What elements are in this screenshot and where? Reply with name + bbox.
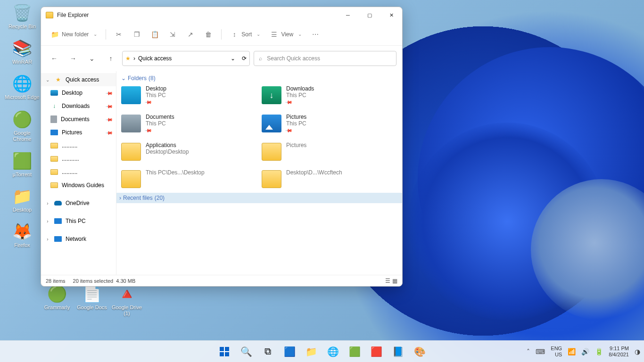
folder-item[interactable]: DownloadsThis PC📌 xyxy=(262,85,397,105)
folder-item[interactable]: ApplicationsDesktop\Desktop xyxy=(121,142,257,161)
language-indicator[interactable]: ENGUS xyxy=(551,346,562,357)
titlebar[interactable]: File Explorer ─ ▢ ✕ xyxy=(41,7,402,23)
chevron-right-icon[interactable]: › xyxy=(45,219,50,224)
folder-icon xyxy=(262,86,281,104)
taskbar-chrome[interactable]: 🌐 xyxy=(323,342,342,361)
share-button[interactable]: ↗ xyxy=(182,27,198,42)
status-total: 28 items xyxy=(46,278,66,284)
volume-icon[interactable]: 🔊 xyxy=(581,348,589,355)
close-button[interactable]: ✕ xyxy=(380,8,402,23)
taskbar-spotify[interactable]: 🟩 xyxy=(345,342,364,361)
status-selected: 20 items selected 4.30 MB xyxy=(73,278,136,284)
breadcrumb-location[interactable]: Quick access xyxy=(138,55,172,62)
desktop-icon-recycle-bin[interactable]: 🗑️Recycle Bin xyxy=(5,3,40,30)
notifications-button[interactable]: ◑ xyxy=(635,348,640,355)
rename-button[interactable]: ⇲ xyxy=(165,27,181,42)
chevron-right-icon[interactable]: › xyxy=(45,237,50,242)
taskbar-word[interactable]: 📘 xyxy=(388,342,407,361)
desktop-icon-google-drive[interactable]: 🔺Google Drive (1) xyxy=(109,284,144,317)
taskbar-paint[interactable]: 🎨 xyxy=(410,342,429,361)
folder-location: Pictures xyxy=(286,142,306,148)
section-folders-header[interactable]: ⌄ Folders (8) xyxy=(121,75,397,82)
more-button[interactable]: ⋯ xyxy=(307,27,323,42)
desktop-icon-edge[interactable]: 🌐Microsoft Edge xyxy=(5,74,40,100)
address-bar[interactable]: ★ › Quick access ⌄ ⟳ xyxy=(122,51,250,66)
desktop-icon-firefox[interactable]: 🦊Firefox xyxy=(5,222,40,248)
clock[interactable]: 9:11 PM8/4/2021 xyxy=(609,346,629,357)
sidebar-item-folder[interactable]: Windows Guides xyxy=(41,179,116,192)
copy-button[interactable]: ❐ xyxy=(129,27,145,42)
section-recent-header[interactable]: › Recent files (20) xyxy=(116,193,402,203)
sort-button[interactable]: ↕ Sort xyxy=(226,27,264,42)
chevron-right-icon: › xyxy=(119,195,121,201)
address-dropdown-icon[interactable]: ⌄ xyxy=(231,55,235,62)
sidebar-item-pictures[interactable]: Pictures📌 xyxy=(41,126,116,139)
forward-button[interactable]: → xyxy=(66,51,81,66)
sidebar-item-folder[interactable]: .......... xyxy=(41,165,116,179)
tiles-view-button[interactable]: ▦ xyxy=(392,278,397,284)
maximize-button[interactable]: ▢ xyxy=(359,8,380,23)
details-view-button[interactable]: ☰ xyxy=(385,278,390,284)
tray-overflow-button[interactable]: ˄ xyxy=(527,348,530,355)
desktop-icon-grammarly[interactable]: 🟢Grammarly xyxy=(40,284,74,317)
sidebar-item-folder[interactable]: .......... xyxy=(41,139,116,152)
desktop-icon-chrome[interactable]: 🟢Google Chrome xyxy=(5,109,40,142)
pin-icon: 📌 xyxy=(106,102,113,110)
cut-button[interactable]: ✂ xyxy=(111,27,127,42)
start-button[interactable] xyxy=(215,342,234,361)
up-button[interactable]: ↑ xyxy=(103,51,118,66)
search-placeholder: Search Quick access xyxy=(267,55,320,62)
wifi-icon[interactable]: 📶 xyxy=(568,348,576,355)
chevron-right-icon[interactable]: › xyxy=(45,201,50,206)
sidebar-item-downloads[interactable]: ↓Downloads📌 xyxy=(41,99,116,113)
paste-button[interactable]: 📋 xyxy=(147,27,163,42)
pin-icon: 📌 xyxy=(106,89,113,97)
folder-item[interactable]: PicturesThis PC📌 xyxy=(262,114,397,133)
tray-keyboard-icon[interactable]: ⌨ xyxy=(536,348,545,355)
recent-count: (20) xyxy=(155,195,165,201)
folder-item[interactable]: This PC\Des...\Desktop xyxy=(121,169,257,188)
folder-icon xyxy=(121,86,141,104)
battery-icon[interactable]: 🔋 xyxy=(595,348,603,355)
pin-icon: 📌 xyxy=(106,115,113,123)
sidebar-onedrive[interactable]: ›OneDrive xyxy=(41,197,116,210)
folder-item[interactable]: Pictures xyxy=(262,142,397,161)
delete-button[interactable]: 🗑 xyxy=(200,27,216,42)
sidebar-quick-access[interactable]: ⌄ ★ Quick access xyxy=(41,73,116,86)
refresh-button[interactable]: ⟳ xyxy=(242,55,247,62)
folder-item[interactable]: Desktop\D...\Wccftech xyxy=(262,169,397,188)
sidebar-item-desktop[interactable]: Desktop📌 xyxy=(41,86,116,99)
chevron-down-icon[interactable]: ⌄ xyxy=(45,77,50,82)
recent-label: Recent files xyxy=(123,195,153,201)
sidebar-network[interactable]: ›Network xyxy=(41,232,116,246)
desktop-icon-winrar[interactable]: 📚WinRAR xyxy=(5,38,40,65)
folder-item[interactable]: DesktopThis PC📌 xyxy=(121,85,257,105)
widgets-button[interactable]: 🟦 xyxy=(280,342,299,361)
sidebar-item-folder[interactable]: ........... xyxy=(41,152,116,165)
sidebar-item-documents[interactable]: Documents📌 xyxy=(41,113,116,126)
desktop-icon-google-docs[interactable]: 📄Google Docs xyxy=(74,284,109,317)
taskbar-search-button[interactable]: 🔍 xyxy=(237,342,256,361)
folder-location: This PC\Des...\Desktop xyxy=(146,169,205,176)
search-box[interactable]: ⌕ Search Quick access xyxy=(254,51,396,66)
taskbar-file-explorer[interactable]: 📁 xyxy=(302,342,321,361)
view-button[interactable]: ☰ View xyxy=(266,27,305,42)
folder-icon xyxy=(121,115,141,132)
new-folder-button[interactable]: 📁 New folder xyxy=(47,27,101,42)
desktop-icon-desktop[interactable]: 📁Desktop xyxy=(5,186,40,213)
view-label: View xyxy=(281,31,293,38)
star-icon: ★ xyxy=(54,76,62,83)
view-icon: ☰ xyxy=(270,30,278,39)
task-view-button[interactable]: ⧉ xyxy=(258,342,277,361)
recent-locations-button[interactable]: ⌄ xyxy=(84,51,99,66)
minimize-button[interactable]: ─ xyxy=(337,8,359,23)
onedrive-icon xyxy=(54,201,62,206)
folder-item[interactable]: DocumentsThis PC📌 xyxy=(121,114,257,133)
taskbar-netflix[interactable]: 🟥 xyxy=(367,342,386,361)
sidebar-this-pc[interactable]: ›This PC xyxy=(41,214,116,228)
desktop-icon-utorrent[interactable]: 🟩µTorrent xyxy=(5,151,40,178)
document-icon xyxy=(50,115,57,123)
pin-icon: 📌 xyxy=(145,126,152,134)
content-pane: ⌄ Folders (8) DesktopThis PC📌DownloadsTh… xyxy=(116,71,402,275)
back-button[interactable]: ← xyxy=(47,51,62,66)
